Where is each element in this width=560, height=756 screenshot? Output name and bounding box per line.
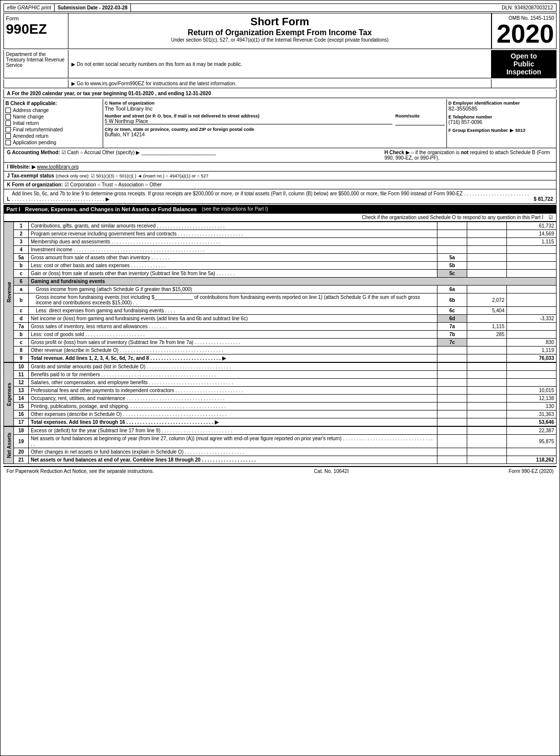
col-blank-1: [437, 222, 467, 230]
line-desc-6d: Net income or (loss) from gaming and fun…: [29, 315, 437, 323]
cb-final-return: [5, 127, 11, 132]
amount-16: 31,363: [507, 410, 557, 418]
col-val-7c: [467, 339, 507, 347]
e-label: E Telephone number: [448, 115, 555, 119]
line-num-21: 21: [14, 456, 29, 464]
l-row: L Add lines 5b, 6c, and 7b to line 9 to …: [3, 189, 557, 204]
g-cash: ☑ Cash: [62, 150, 79, 155]
line-desc-20: Other changes in net assets or fund bala…: [29, 448, 437, 456]
col-val-5b: [467, 262, 507, 270]
col-label-5b: 5b: [437, 262, 467, 270]
line-desc-11: Benefits paid to or for members . . . . …: [29, 371, 437, 379]
expenses-table: Expenses 10 Grants and similar amounts p…: [3, 362, 557, 426]
col-b-20: [437, 448, 467, 456]
table-row: 4 Investment income . . . . . . . . . . …: [4, 246, 557, 254]
amount-1: 61,732: [507, 222, 557, 230]
line-num-16: 16: [14, 410, 29, 418]
line-desc-17: Total expenses. Add lines 10 through 16 …: [29, 418, 437, 426]
net-assets-table: Net Assets 18 Excess or (deficit) for th…: [3, 426, 557, 464]
line-desc-19: Net assets or fund balances at beginning…: [29, 435, 437, 448]
form-title: Short Form: [70, 15, 489, 28]
address-label: Number and street (or P. O. box, if mail…: [105, 114, 392, 118]
cb-address-label: Address change: [13, 108, 49, 113]
col-val-6b: 2,072: [467, 293, 507, 307]
table-row: a Gross income from gaming (attach Sched…: [4, 286, 557, 293]
g-section: G Accounting Method: ☑ Cash ○ Accrual Ot…: [7, 150, 384, 161]
amount-13: 10,015: [507, 387, 557, 395]
col-label-7b: 7b: [437, 331, 467, 339]
amount-20: [507, 448, 557, 456]
col-blank-2b: [467, 230, 507, 238]
city-label: City or town, state or province, country…: [105, 127, 445, 132]
line-num-6a: a: [14, 286, 29, 293]
k-row: K Form of organization: ☑ Corporation ○ …: [3, 180, 557, 189]
cb-amended-label: Amended return: [13, 133, 49, 139]
col-b-10: [437, 363, 467, 371]
cb-address-change: [5, 108, 11, 113]
table-row: 21 Net assets or fund balances at end of…: [4, 456, 557, 464]
form-under: Under section 501(c), 527, or 4947(a)(1)…: [70, 37, 489, 43]
k-label: K Form of organization:: [7, 182, 63, 187]
col-label-6a: 6a: [437, 286, 467, 293]
col-c-21: [467, 456, 507, 464]
line-desc-1: Contributions, gifts, grants, and simila…: [29, 222, 437, 230]
checkbox-name-change: Name change: [5, 114, 101, 119]
amount-8: 1,119: [507, 347, 557, 354]
form-label: Form: [6, 15, 66, 21]
table-row: d Net income or (loss) from gaming and f…: [4, 315, 557, 323]
amount-4: [507, 246, 557, 254]
part1-label: Part I: [6, 206, 20, 212]
col-c-11: [467, 371, 507, 379]
col-label-7c: 7c: [437, 339, 467, 347]
amount-6c: [507, 307, 557, 315]
table-row: 13 Professional fees and other payments …: [4, 387, 557, 395]
line-num-5a: 5a: [14, 254, 29, 262]
schedule-o-checkbox: ☑: [549, 215, 553, 220]
revenue-label-cell: Revenue: [4, 222, 14, 362]
line-desc-5a: Gross amount from sale of assets other t…: [29, 254, 437, 262]
cb-application-label: Application pending: [13, 140, 56, 145]
cb-name-change: [5, 114, 11, 119]
dept-row-1: Department of the Treasury Internal Reve…: [3, 50, 557, 78]
line-desc-10: Grants and similar amounts paid (list in…: [29, 363, 437, 371]
line-desc-8: Other revenue (describe in Schedule O) .…: [29, 347, 437, 354]
top-bar: efile GRAPHIC print Submission Date - 20…: [3, 3, 557, 12]
gh-row: G Accounting Method: ☑ Cash ○ Accrual Ot…: [3, 148, 557, 163]
line-num-3: 3: [14, 238, 29, 246]
schedule-o-check: Check if the organization used Schedule …: [3, 214, 557, 222]
amount-18: 22,387: [507, 427, 557, 435]
tax-year-row: A For the 2020 calendar year, or tax yea…: [3, 89, 557, 98]
col-val-7b: 285: [467, 331, 507, 339]
header-row: Form 990EZ Short Form Return of Organiza…: [3, 13, 557, 49]
table-row: 15 Printing, publications, postage, and …: [4, 403, 557, 410]
col-blank-3b: [467, 238, 507, 246]
notice1-text: ▶ Do not enter social security numbers o…: [71, 61, 242, 67]
col-b-15: [437, 403, 467, 410]
table-row: c Less: direct expenses from gaming and …: [4, 307, 557, 315]
col-label-7a: 7a: [437, 323, 467, 331]
col-val-5a: [467, 254, 507, 262]
col-blank-1b: [467, 222, 507, 230]
section-c: C Name of organization The Tool Library …: [103, 99, 447, 148]
amount-7b: [507, 331, 557, 339]
col-blank-9b: [467, 354, 507, 362]
form-title-block: Short Form Return of Organization Exempt…: [68, 13, 492, 49]
line-desc-6b: Gross income from fundraising events (no…: [29, 293, 437, 307]
line-desc-5b: Less: cost or other basis and sales expe…: [29, 262, 437, 270]
tax-year-text: A For the 2020 calendar year, or tax yea…: [7, 91, 211, 96]
col-val-5c: [467, 270, 507, 278]
line-num-2: 2: [14, 230, 29, 238]
col-blank-8b: [467, 347, 507, 354]
col-b-17: [437, 418, 467, 426]
amount-6d: -3,332: [507, 315, 557, 323]
amount-5c: [507, 270, 557, 278]
table-row: b Less: cost or other basis and sales ex…: [4, 262, 557, 270]
table-row: 2 Program service revenue including gove…: [4, 230, 557, 238]
part1-title: Revenue, Expenses, and Changes in Net As…: [25, 206, 197, 212]
col-b-19: [437, 435, 467, 448]
line-num-6b: b: [14, 293, 29, 307]
section-b: B Check if applicable: Address change Na…: [4, 99, 103, 148]
dept-row-2: ▶ Go to www.irs.gov/Form990EZ for instru…: [3, 79, 557, 88]
table-row: 17 Total expenses. Add lines 10 through …: [4, 418, 557, 426]
schedule-o-text: Check if the organization used Schedule …: [362, 215, 543, 220]
